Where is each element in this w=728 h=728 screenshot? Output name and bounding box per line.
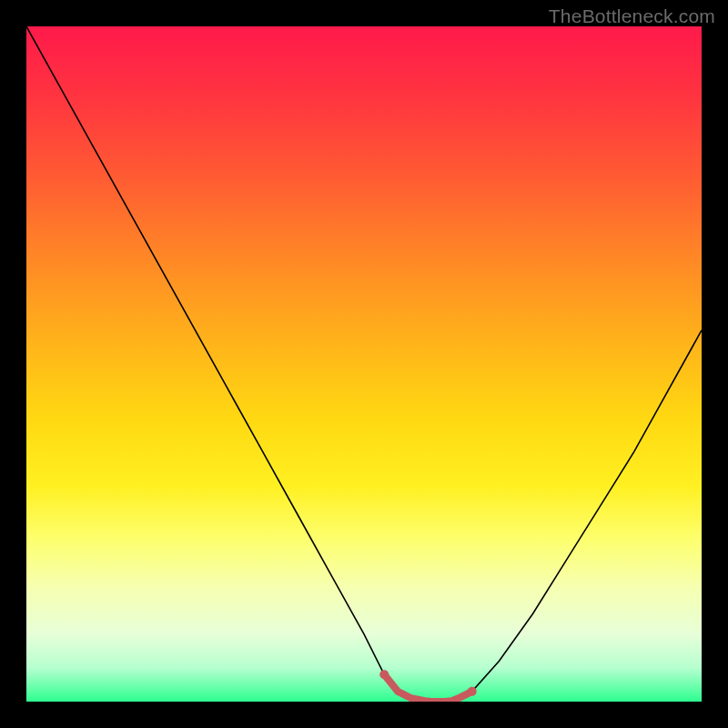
chart-stage: TheBottleneck.com	[0, 0, 728, 728]
bottleneck-curve	[26, 26, 702, 702]
optimal-range-end-dot	[379, 670, 389, 679]
attribution-watermark: TheBottleneck.com	[549, 5, 715, 27]
chart-svg	[26, 26, 702, 702]
chart-plot-area	[26, 26, 702, 702]
optimal-range-end-dot	[468, 687, 477, 696]
optimal-range-strip	[384, 674, 471, 702]
